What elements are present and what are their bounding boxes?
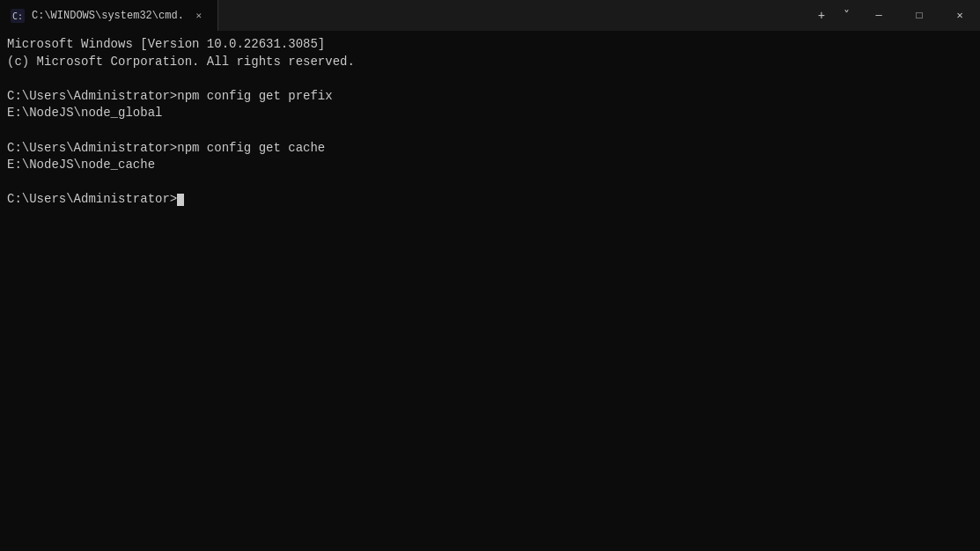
- terminal-line: [7, 122, 973, 140]
- title-bar-actions: + ˅: [809, 0, 858, 31]
- terminal-line: E:\NodeJS\node_cache: [7, 157, 973, 174]
- title-bar: C: C:\WINDOWS\system32\cmd. ✕ + ˅ ─ □ ✕: [0, 0, 980, 31]
- terminal-line: Microsoft Windows [Version 10.0.22631.30…: [7, 36, 973, 54]
- dropdown-button[interactable]: ˅: [834, 4, 858, 28]
- tab-close-button[interactable]: ✕: [191, 8, 207, 24]
- cmd-icon: C:: [11, 9, 25, 23]
- terminal-line: C:\Users\Administrator>npm config get pr…: [7, 88, 973, 106]
- active-tab[interactable]: C: C:\WINDOWS\system32\cmd. ✕: [0, 0, 218, 31]
- terminal-line: [7, 70, 973, 88]
- tab-label: C:\WINDOWS\system32\cmd.: [32, 10, 184, 22]
- terminal-output[interactable]: Microsoft Windows [Version 10.0.22631.30…: [0, 31, 980, 551]
- terminal-line: [7, 174, 973, 192]
- terminal-line: C:\Users\Administrator>npm config get ca…: [7, 140, 973, 158]
- terminal-window: C: C:\WINDOWS\system32\cmd. ✕ + ˅ ─ □ ✕ …: [0, 0, 980, 551]
- terminal-line: (c) Microsoft Corporation. All rights re…: [7, 54, 973, 71]
- terminal-prompt-line: C:\Users\Administrator>: [7, 191, 973, 209]
- cursor: [177, 194, 184, 206]
- svg-text:C:: C:: [12, 11, 23, 21]
- maximize-button[interactable]: □: [899, 0, 939, 31]
- close-button[interactable]: ✕: [939, 0, 980, 31]
- window-controls: ─ □ ✕: [858, 0, 980, 31]
- new-tab-button[interactable]: +: [809, 4, 834, 28]
- terminal-line: E:\NodeJS\node_global: [7, 105, 973, 122]
- tab-area: C: C:\WINDOWS\system32\cmd. ✕: [0, 0, 802, 31]
- minimize-button[interactable]: ─: [858, 0, 899, 31]
